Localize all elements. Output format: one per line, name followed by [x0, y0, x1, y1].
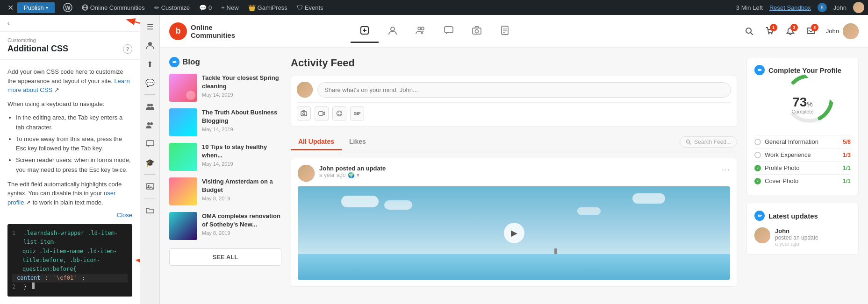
play-button[interactable]: ▶ [504, 223, 524, 243]
external-icon: ↗ [54, 86, 59, 93]
cover-photo-count: 1/1 [843, 178, 851, 184]
nav-user[interactable]: John [826, 23, 859, 39]
svg-line-29 [750, 32, 753, 35]
profile-item-work[interactable]: Work Experience 1/3 [754, 148, 851, 161]
image-icon [146, 182, 154, 191]
water [298, 254, 730, 280]
search-nav-button[interactable] [740, 22, 759, 41]
user-profile-link[interactable]: user profile [7, 190, 115, 206]
site-nav-icons: 1 3 3 John [740, 22, 859, 41]
tab-all-updates[interactable]: All Updates [291, 134, 342, 150]
nav-icon-person[interactable] [379, 20, 407, 43]
nav-icon-document[interactable] [491, 20, 519, 43]
nav-icon-people[interactable] [407, 20, 435, 43]
tab-likes[interactable]: Likes [342, 134, 373, 150]
blog-post-4[interactable]: Visiting Amsterdam on a Budget May 8, 20… [169, 177, 281, 205]
learn-more-link[interactable]: Learn more about CSS [7, 78, 130, 94]
blog-post-2[interactable]: The Truth About Business Blogging May 14… [169, 108, 281, 136]
online-communities-admin-item[interactable]: Online Communities [77, 0, 150, 15]
sidebar-icon-menu[interactable]: ☰ [142, 19, 158, 35]
svg-point-7 [148, 42, 152, 46]
gif-action-button[interactable]: GIF [350, 106, 364, 120]
events-admin-item[interactable]: 🛡 Events [292, 0, 328, 15]
blog-post-title-2: The Truth About Business Blogging [202, 108, 281, 125]
group-icon-2 [146, 121, 154, 129]
svg-point-31 [771, 33, 772, 34]
video-icon [318, 110, 325, 117]
sidebar-icon-message[interactable] [142, 136, 158, 152]
svg-point-19 [418, 27, 421, 30]
blog-post-1[interactable]: Tackle Your closest Spring cleaning May … [169, 74, 281, 102]
sidebar-icon-image[interactable] [142, 178, 158, 194]
messages-nav-button[interactable]: 3 [802, 22, 820, 41]
cover-photo-radio: ✓ [754, 178, 761, 184]
publish-dropdown-arrow[interactable]: ▾ [46, 5, 48, 10]
chat-icon [444, 25, 454, 35]
profile-item-cover[interactable]: ✓ Cover Photo 1/1 [754, 174, 851, 187]
sidebar-icon-group[interactable] [142, 99, 158, 114]
emoji-action-button[interactable] [332, 106, 346, 120]
keyboard-nav-list: In the editing area, the Tab key enters … [16, 113, 132, 175]
post-image: ▶ [298, 186, 730, 280]
photo-action-button[interactable] [297, 106, 311, 120]
video-action-button[interactable] [315, 106, 329, 120]
customize-label: Customize [161, 4, 190, 11]
sidebar-icon-folder[interactable] [142, 202, 158, 218]
sidebar-icon-upload[interactable]: ⬆ [142, 56, 158, 72]
work-experience-label: Work Experience [765, 151, 839, 158]
wp-icon-item[interactable]: W [58, 0, 77, 15]
gamipress-admin-item[interactable]: 👑 GamiPress [244, 0, 292, 15]
blog-post-3[interactable]: 10 Tips to stay healthy when... May 14, … [169, 143, 281, 171]
reset-sandbox-link[interactable]: Reset Sandbox [769, 4, 811, 11]
new-admin-item[interactable]: + New [216, 0, 243, 15]
keyboard-tip-3: Screen reader users: when in forms mode,… [16, 156, 132, 175]
sidebar-icon-graduation[interactable]: 🎓 [142, 155, 158, 170]
site-logo[interactable]: b Online Communities [169, 22, 235, 40]
nav-icon-camera[interactable] [463, 20, 491, 43]
logo-text: Online Communities [191, 23, 235, 39]
sidebar-icon-chat[interactable]: 💬 [142, 75, 158, 91]
share-actions: GIF [297, 102, 731, 120]
feed-search[interactable]: Search Feed... [680, 136, 737, 148]
progress-label: Complete [791, 109, 813, 114]
description-1: Add your own CSS code here to customize … [7, 67, 132, 95]
user-badge: 8 [818, 3, 827, 12]
blog-post-date-5: May 8, 2019 [202, 230, 281, 236]
publish-button[interactable]: Publish ▾ [17, 2, 55, 13]
nav-user-avatar [843, 23, 859, 39]
code-editor[interactable]: 1 .learndash-wrapper .ld-item-list-item-… [7, 224, 132, 296]
code-line-2: content : '\ef01' ; [12, 274, 128, 283]
profile-item-photo[interactable]: ✓ Profile Photo 1/1 [754, 161, 851, 174]
customizer-label: Customizing [7, 37, 132, 43]
sidebar-icon-person[interactable] [142, 37, 158, 53]
see-all-button[interactable]: SEE ALL [169, 248, 281, 266]
comments-icon: 💬 [199, 4, 207, 11]
blog-thumb-overlay-1 [186, 91, 195, 100]
admin-user-name[interactable]: John [833, 4, 846, 11]
latest-updates-header: ✏ Latest updates [754, 211, 851, 221]
svg-point-34 [303, 113, 305, 115]
share-input[interactable] [317, 82, 731, 98]
gif-label: GIF [354, 111, 361, 116]
back-button[interactable]: ‹ [0, 15, 140, 32]
close-link[interactable]: Close [7, 212, 132, 219]
admin-user-avatar[interactable] [853, 2, 864, 13]
progress-percent: 73% [791, 96, 813, 109]
comments-admin-item[interactable]: 💬 0 [194, 0, 216, 15]
cart-badge: 1 [770, 24, 777, 31]
svg-rect-35 [319, 112, 323, 115]
notifications-nav-button[interactable]: 3 [781, 22, 800, 41]
blog-post-5[interactable]: OMA completes renovation of Sotheby's Ne… [169, 212, 281, 240]
close-customizer-button[interactable]: ✕ [4, 3, 17, 12]
help-icon[interactable]: ? [123, 44, 132, 54]
sidebar-icon-group2[interactable] [142, 117, 158, 133]
blog-thumb-4 [169, 177, 197, 205]
blog-post-date-4: May 8, 2019 [202, 196, 281, 201]
cursor [32, 283, 35, 289]
svg-rect-24 [502, 26, 508, 35]
nav-icon-plus[interactable] [351, 20, 379, 43]
nav-icon-chat[interactable] [435, 20, 463, 43]
cart-nav-button[interactable]: 1 [760, 22, 779, 41]
post-options-button[interactable]: ··· [722, 165, 730, 175]
customize-admin-item[interactable]: ✏ Customize [150, 0, 194, 15]
